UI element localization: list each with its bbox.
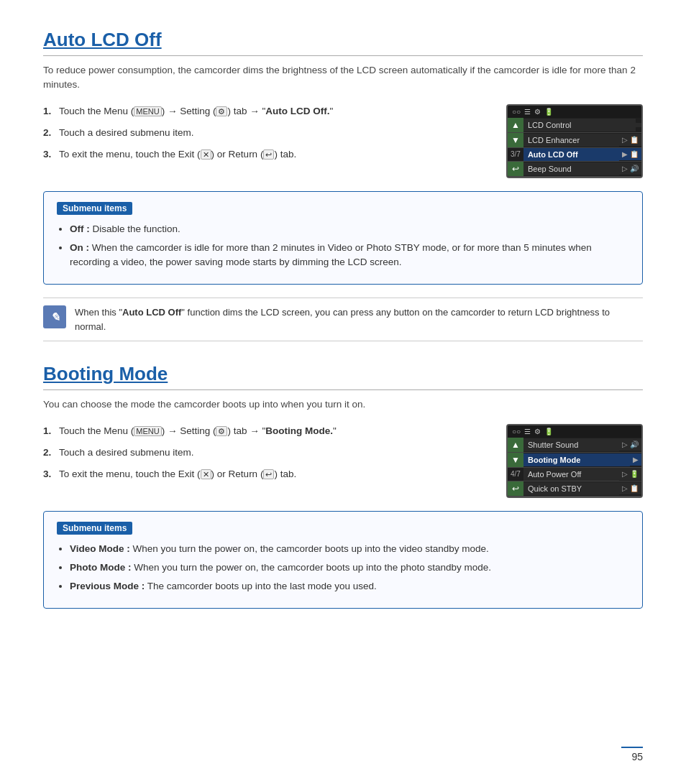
lcd-up-btn: ▲: [508, 118, 523, 132]
lcd-back-btn: ↩: [508, 162, 523, 176]
submenu-title: Submenu items: [57, 202, 132, 215]
section2-step1: 1. Touch the Menu (MENU) → Setting (⚙) t…: [43, 424, 492, 438]
step-number: 3.: [43, 467, 59, 481]
lcd-icon-oo: ○○: [512, 108, 521, 116]
note-text: When this "Auto LCD Off" function dims t…: [75, 305, 643, 333]
lcd-back-row: ↩ Beep Sound ▷ 🔊: [508, 162, 641, 177]
submenu-key-off: Off :: [70, 223, 90, 234]
submenu-key-video: Video Mode :: [70, 543, 130, 554]
step-number: 1.: [43, 104, 59, 119]
submenu-key-photo: Photo Mode :: [70, 562, 131, 573]
lcd-item-3: Beep Sound: [523, 162, 619, 175]
lcd-icon-battery: 🔋: [544, 428, 553, 435]
lcd-icon-gear: ⚙: [534, 428, 541, 435]
lcd-active-row: 3/7 Auto LCD Off ▶ 📋: [508, 148, 641, 162]
lcd-item-1-right: ▷ 🔊: [619, 438, 641, 451]
lcd-item-3-right: ▷ 📋: [619, 482, 641, 494]
submenu-text-video: When you turn the power on, the camcorde…: [133, 543, 489, 554]
lcd-item-2: LCD Enhancer: [523, 134, 619, 147]
submenu-list: Off : Disable the function. On : When th…: [57, 222, 629, 270]
lcd-icon-menu: ☰: [524, 108, 531, 116]
lcd-icon-battery: 🔋: [544, 108, 553, 116]
lcd-item-2: Auto Power Off: [523, 468, 619, 481]
section1-steps-area: 1. Touch the Menu (MENU) → Setting (⚙) t…: [43, 104, 643, 178]
lcd-item-3-right: ▷ 🔊: [619, 162, 641, 175]
lcd-item-1: Shutter Sound: [523, 438, 619, 451]
step-number: 1.: [43, 424, 59, 438]
lcd-item-1-right: [636, 123, 641, 127]
lcd-item-3: Quick on STBY: [523, 482, 619, 495]
section1-description: To reduce power consumption, the camcord…: [43, 63, 643, 93]
note-highlight: Auto LCD Off: [122, 307, 181, 318]
step1-text: Touch the Menu (MENU) → Setting (⚙) tab …: [59, 104, 333, 119]
section2-lcd-screen: ○○ ☰ ⚙ 🔋 ▲ Shutter Sound ▷ 🔊 ▼ Booting M…: [506, 424, 643, 498]
lcd-menu-list: ▲ Shutter Sound ▷ 🔊 ▼ Booting Mode ▶ 4/7…: [508, 438, 641, 497]
submenu-key-on: On :: [70, 242, 89, 253]
lcd-up-row: ▲ LCD Control: [508, 118, 641, 133]
lcd-down-btn: ▼: [508, 453, 523, 467]
lcd-up-btn: ▲: [508, 438, 523, 452]
return-sym: ↩: [263, 469, 274, 479]
section1-note: ✎ When this "Auto LCD Off" function dims…: [43, 298, 643, 341]
section1-step1: 1. Touch the Menu (MENU) → Setting (⚙) t…: [43, 104, 492, 119]
lcd-page: 4/7: [508, 469, 523, 479]
section2-step2: 2. Touch a desired submenu item.: [43, 446, 492, 460]
menu-sym: MENU: [134, 106, 161, 116]
lcd-item-active: Booting Mode: [523, 453, 630, 466]
submenu-text-off: Disable the function.: [93, 223, 180, 234]
return-sym: ↩: [263, 149, 274, 160]
lcd-page: 3/7: [508, 149, 523, 160]
menu-sym: MENU: [134, 426, 161, 436]
lcd-down-row: ▼ LCD Enhancer ▷ 📋: [508, 133, 641, 148]
submenu-text-photo: When you turn the power on, the camcorde…: [134, 562, 491, 573]
lcd-menu-list: ▲ LCD Control ▼ LCD Enhancer ▷ 📋 3/7 Aut…: [508, 118, 641, 177]
lcd-active-row: ▼ Booting Mode ▶: [508, 453, 641, 468]
submenu-item-previous: Previous Mode : The camcorder boots up i…: [70, 579, 629, 594]
section1-title: Auto LCD Off: [43, 29, 643, 56]
setting-sym: ⚙: [216, 426, 227, 436]
lcd-icon-gear: ⚙: [534, 108, 541, 116]
step1-highlight: Booting Mode.: [265, 425, 333, 436]
step-number: 2.: [43, 126, 59, 140]
step3-text: To exit the menu, touch the Exit (✕) or …: [59, 467, 296, 481]
lcd-item-active-right: ▶: [630, 453, 641, 466]
submenu-text-on: When the camcorder is idle for more than…: [70, 242, 592, 267]
step-number: 3.: [43, 147, 59, 162]
submenu-key-previous: Previous Mode :: [70, 581, 145, 591]
section2-submenu-box: Submenu items Video Mode : When you turn…: [43, 511, 643, 609]
lcd-icon-oo: ○○: [512, 428, 521, 435]
section1-step3: 3. To exit the menu, touch the Exit (✕) …: [43, 147, 492, 162]
exit-sym: ✕: [201, 149, 211, 160]
section1-steps: 1. Touch the Menu (MENU) → Setting (⚙) t…: [43, 104, 492, 170]
submenu-text-previous: The camcorder boots up into the last mod…: [147, 581, 377, 591]
page-number: 95: [621, 747, 643, 762]
section1-step2: 2. Touch a desired submenu item.: [43, 126, 492, 140]
lcd-back-row: ↩ Quick on STBY ▷ 📋: [508, 481, 641, 497]
section-auto-lcd-off: Auto LCD Off To reduce power consumption…: [43, 29, 643, 341]
lcd-item-active: Auto LCD Off: [523, 148, 619, 161]
lcd-item-2-right: ▷ 📋: [619, 134, 641, 146]
lcd-back-btn: ↩: [508, 481, 523, 496]
step1-highlight: Auto LCD Off.: [265, 106, 329, 116]
section2-step3: 3. To exit the menu, touch the Exit (✕) …: [43, 467, 492, 481]
section2-steps: 1. Touch the Menu (MENU) → Setting (⚙) t…: [43, 424, 492, 489]
lcd-top-bar: ○○ ☰ ⚙ 🔋: [508, 106, 641, 118]
exit-sym: ✕: [201, 469, 211, 479]
note-icon: ✎: [43, 305, 66, 328]
submenu-item-off: Off : Disable the function.: [70, 222, 629, 236]
submenu-item-video: Video Mode : When you turn the power on,…: [70, 542, 629, 556]
section-booting-mode: Booting Mode You can choose the mode the…: [43, 363, 643, 609]
section2-steps-area: 1. Touch the Menu (MENU) → Setting (⚙) t…: [43, 424, 643, 498]
section1-submenu-box: Submenu items Off : Disable the function…: [43, 191, 643, 285]
lcd-item-active-right: ▶ 📋: [619, 148, 641, 160]
step3-text: To exit the menu, touch the Exit (✕) or …: [59, 147, 296, 162]
section1-lcd-screen: ○○ ☰ ⚙ 🔋 ▲ LCD Control ▼ LCD Enhancer ▷: [506, 104, 643, 178]
lcd-icons: ○○ ☰ ⚙ 🔋: [512, 428, 553, 435]
section2-description: You can choose the mode the camcorder bo…: [43, 397, 643, 412]
submenu-list: Video Mode : When you turn the power on,…: [57, 542, 629, 594]
lcd-icon-menu: ☰: [524, 428, 531, 435]
lcd-up-row: ▲ Shutter Sound ▷ 🔊: [508, 438, 641, 453]
step-number: 2.: [43, 446, 59, 460]
submenu-item-photo: Photo Mode : When you turn the power on,…: [70, 561, 629, 575]
section2-title: Booting Mode: [43, 363, 643, 390]
